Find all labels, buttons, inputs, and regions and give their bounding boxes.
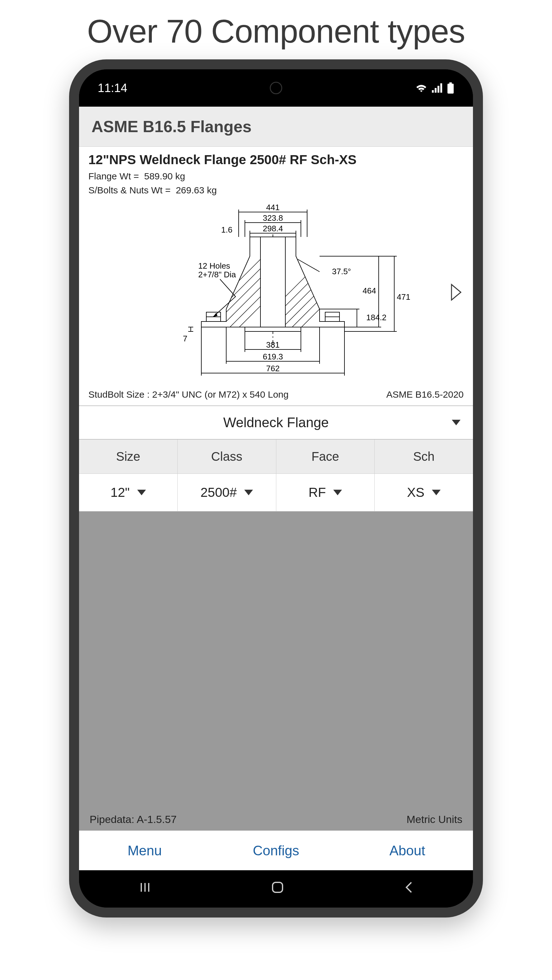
spec-title: 12"NPS Weldneck Flange 2500# RF Sch-XS — [88, 152, 464, 167]
front-camera — [270, 82, 282, 94]
spec-header: 12"NPS Weldneck Flange 2500# RF Sch-XS F… — [79, 147, 473, 200]
svg-rect-35 — [245, 327, 301, 331]
chevron-down-icon — [333, 490, 342, 495]
svg-rect-4 — [449, 83, 452, 84]
status-time: 11:14 — [98, 81, 127, 95]
app-header: ASME B16.5 Flanges — [79, 107, 473, 147]
svg-text:2+7/8" Dia: 2+7/8" Dia — [198, 270, 236, 279]
svg-text:471: 471 — [397, 292, 410, 302]
class-dropdown[interactable]: 2500# — [178, 474, 276, 511]
battery-icon — [447, 83, 454, 94]
about-tab[interactable]: About — [341, 831, 473, 870]
svg-text:37.5°: 37.5° — [332, 267, 351, 276]
footer-info: Pipedata: A-1.5.57 Metric Units — [79, 808, 473, 830]
sch-dropdown[interactable]: XS — [375, 474, 473, 511]
home-icon[interactable] — [271, 880, 284, 897]
bottom-tabs: Menu Configs About — [79, 830, 473, 870]
bolts-weight: S/Bolts & Nuts Wt = 269.63 kg — [88, 183, 464, 197]
chevron-down-icon — [432, 490, 440, 495]
flange-type-dropdown[interactable]: Weldneck Flange — [79, 406, 473, 440]
col-head-sch: Sch — [375, 440, 473, 474]
size-dropdown[interactable]: 12" — [79, 474, 177, 511]
flange-type-value: Weldneck Flange — [223, 415, 329, 430]
svg-rect-0 — [432, 90, 434, 93]
configs-tab[interactable]: Configs — [211, 831, 341, 870]
flange-weight: Flange Wt = 589.90 kg — [88, 169, 464, 183]
chevron-down-icon — [137, 490, 146, 495]
chevron-down-icon — [452, 418, 461, 428]
svg-rect-92 — [273, 882, 282, 892]
wifi-icon — [415, 83, 428, 93]
diagram-svg: 441 323.8 298.4 1.6 — [133, 203, 419, 383]
next-arrow-icon[interactable] — [450, 283, 463, 305]
svg-rect-5 — [447, 84, 454, 94]
svg-text:1.6: 1.6 — [221, 225, 233, 234]
units-label: Metric Units — [407, 813, 463, 826]
app-version: Pipedata: A-1.5.57 — [89, 813, 177, 826]
phone-frame: 11:14 ASME B16.5 Flanges 12"NPS Weldneck… — [69, 59, 483, 918]
svg-text:381: 381 — [266, 340, 279, 350]
col-head-class: Class — [178, 440, 276, 474]
face-dropdown[interactable]: RF — [276, 474, 375, 511]
col-head-size: Size — [79, 440, 177, 474]
phone-screen: 11:14 ASME B16.5 Flanges 12"NPS Weldneck… — [79, 69, 473, 908]
back-icon[interactable] — [404, 880, 413, 897]
menu-tab[interactable]: Menu — [79, 831, 211, 870]
recent-apps-icon[interactable] — [139, 881, 151, 897]
signal-icon — [432, 83, 442, 93]
chevron-down-icon — [244, 490, 253, 495]
studbolt-spec: StudBolt Size : 2+3/4" UNC (or M72) x 54… — [88, 389, 289, 400]
svg-rect-3 — [440, 83, 442, 93]
svg-text:298.4: 298.4 — [263, 224, 283, 233]
svg-rect-20 — [260, 237, 286, 327]
svg-text:441: 441 — [266, 203, 279, 212]
svg-rect-1 — [435, 88, 437, 93]
spec-footer: StudBolt Size : 2+3/4" UNC (or M72) x 54… — [79, 388, 473, 406]
col-head-face: Face — [276, 440, 375, 474]
flange-diagram: 441 323.8 298.4 1.6 — [79, 200, 473, 388]
svg-text:762: 762 — [266, 364, 279, 373]
empty-area: Pipedata: A-1.5.57 Metric Units — [79, 511, 473, 830]
app-content: ASME B16.5 Flanges 12"NPS Weldneck Flang… — [79, 107, 473, 870]
svg-text:184.2: 184.2 — [366, 313, 386, 322]
param-table: Size 12" Class 2500# Face RF — [79, 440, 473, 511]
svg-text:323.8: 323.8 — [263, 213, 283, 223]
android-nav-bar — [79, 870, 473, 908]
svg-text:12 Holes: 12 Holes — [198, 261, 230, 270]
status-bar: 11:14 — [79, 69, 473, 107]
standard-ref: ASME B16.5-2020 — [386, 389, 464, 400]
svg-rect-2 — [437, 86, 439, 93]
hero-title: Over 70 Component types — [0, 0, 552, 59]
svg-text:464: 464 — [362, 286, 376, 295]
status-icons — [415, 83, 454, 94]
svg-text:7: 7 — [183, 334, 187, 343]
svg-text:619.3: 619.3 — [263, 352, 283, 361]
page-title: ASME B16.5 Flanges — [91, 117, 461, 136]
